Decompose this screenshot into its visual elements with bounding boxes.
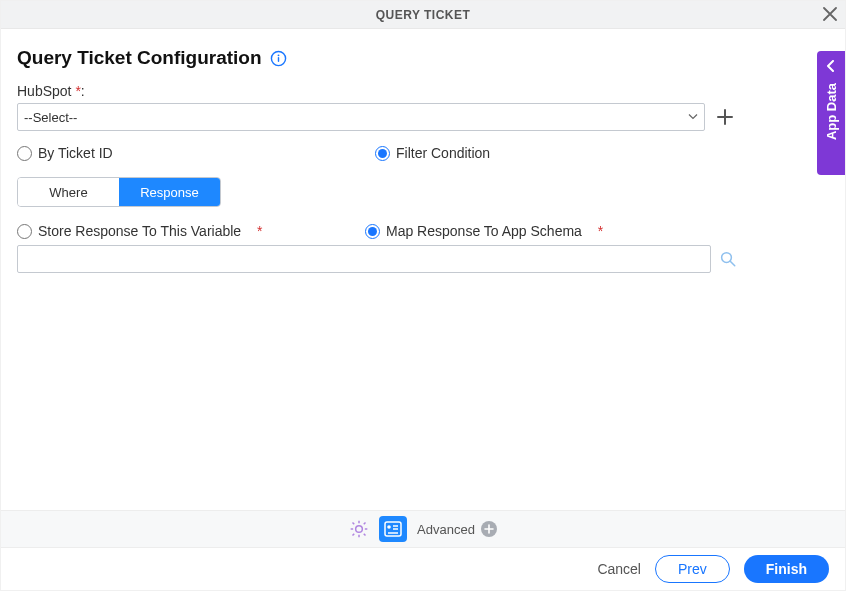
dialog-body: Query Ticket Configuration HubSpot *: --… — [1, 29, 845, 273]
titlebar: QUERY TICKET — [1, 1, 845, 29]
filter-condition-radio[interactable] — [375, 146, 390, 161]
dialog-title: QUERY TICKET — [376, 8, 471, 22]
side-tab-label: App Data — [824, 83, 839, 140]
page-header: Query Ticket Configuration — [17, 47, 829, 69]
schema-input-row — [17, 245, 829, 273]
mode-row: By Ticket ID Filter Condition — [17, 145, 829, 161]
svg-point-6 — [387, 525, 391, 529]
store-variable-radio[interactable] — [17, 224, 32, 239]
where-response-tabs: Where Response — [17, 177, 221, 207]
advanced-label: Advanced — [417, 522, 475, 537]
page-title: Query Ticket Configuration — [17, 47, 262, 69]
close-icon[interactable] — [823, 5, 837, 25]
required-asterisk: * — [257, 223, 262, 239]
mode-by-id-group: By Ticket ID — [17, 145, 375, 161]
gear-icon[interactable] — [349, 519, 369, 539]
by-ticket-id-radio[interactable] — [17, 146, 32, 161]
hubspot-selected-value: --Select-- — [24, 110, 77, 125]
label-colon: : — [81, 83, 85, 99]
required-asterisk: * — [598, 223, 603, 239]
schema-input[interactable] — [17, 245, 711, 273]
prev-button[interactable]: Prev — [655, 555, 730, 583]
cancel-button[interactable]: Cancel — [597, 561, 641, 577]
chevron-down-icon — [688, 110, 698, 125]
add-hubspot-button[interactable] — [713, 105, 737, 129]
map-schema-label: Map Response To App Schema — [386, 223, 582, 239]
info-icon[interactable] — [270, 50, 287, 67]
tab-where[interactable]: Where — [18, 178, 119, 206]
search-icon[interactable] — [719, 250, 737, 268]
finish-button[interactable]: Finish — [744, 555, 829, 583]
by-ticket-id-label: By Ticket ID — [38, 145, 113, 161]
app-data-side-tab[interactable]: App Data — [817, 51, 845, 175]
hubspot-select[interactable]: --Select-- — [17, 103, 705, 131]
dialog-footer: Cancel Prev Finish — [1, 548, 845, 590]
hubspot-label-text: HubSpot — [17, 83, 71, 99]
hubspot-select-row: --Select-- — [17, 103, 829, 131]
chevron-left-icon — [825, 59, 837, 75]
filter-condition-label: Filter Condition — [396, 145, 490, 161]
toolbar: Advanced — [1, 510, 845, 548]
tab-response[interactable]: Response — [119, 178, 220, 206]
hubspot-label: HubSpot *: — [17, 83, 829, 99]
store-variable-label: Store Response To This Variable — [38, 223, 241, 239]
mode-filter-group: Filter Condition — [375, 145, 829, 161]
svg-point-1 — [277, 54, 279, 56]
map-schema-group: Map Response To App Schema * — [365, 223, 829, 239]
map-schema-radio[interactable] — [365, 224, 380, 239]
advanced-toggle[interactable]: Advanced — [417, 521, 497, 537]
plus-icon — [481, 521, 497, 537]
store-variable-group: Store Response To This Variable * — [17, 223, 365, 239]
response-target-row: Store Response To This Variable * Map Re… — [17, 223, 829, 239]
svg-rect-2 — [277, 57, 278, 62]
form-icon[interactable] — [379, 516, 407, 542]
svg-line-4 — [730, 261, 735, 266]
dialog-root: QUERY TICKET App Data Query Ticket Confi… — [0, 0, 846, 591]
